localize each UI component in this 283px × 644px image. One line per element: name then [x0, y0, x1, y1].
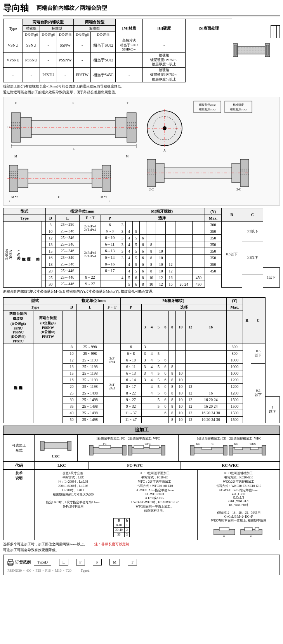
ms16-30: 16 20 24: [195, 396, 226, 403]
svg-rect-118: [9, 559, 12, 561]
c-val2-3: 1以下: [266, 396, 280, 423]
ms16-13: [195, 363, 226, 370]
svg-rect-85: [68, 441, 71, 450]
y-10: 350: [205, 228, 222, 235]
ms10-50: 10: [176, 416, 186, 423]
tolerance-f8-2: D公差f8: [91, 32, 116, 38]
ms5-25: 5: [155, 390, 162, 396]
l-15: 25～346: [56, 248, 80, 255]
l-s20: 25～1198: [76, 383, 103, 390]
y-15: 350: [205, 248, 222, 255]
model-ssnu: SSNU: [23, 38, 40, 53]
y-max-header2: Max.: [226, 304, 243, 311]
p-10: 6～8: [101, 228, 119, 235]
svg-text:2-C: 2-C: [236, 188, 241, 191]
svg-text:L: L: [73, 147, 75, 151]
l-18: 25～346: [56, 261, 80, 268]
m6-25: 6: [133, 274, 140, 281]
ms16-25: 16: [195, 390, 226, 396]
m3-13: 3: [119, 241, 126, 248]
m6-16: 6: [139, 255, 146, 261]
l-25: 25～446: [56, 274, 80, 281]
shaft-illustration: [233, 25, 270, 75]
ms8-25: 8: [169, 390, 176, 396]
svg-text:标准深度: 标准深度: [233, 103, 244, 106]
m5-13: 5: [133, 241, 140, 248]
kc-wkc-desc: KC:1处可选键槽加工 书写方式：KC10-G10 WKC:2处可选键槽加工 书…: [198, 469, 280, 540]
m10-15: 10: [156, 248, 166, 255]
l-s40: 25～1498: [76, 410, 103, 416]
l-s12: 25～1198: [76, 357, 103, 363]
bottom-note2: 可选加工可能会导致有效硬度降低。: [3, 548, 280, 553]
ms3-20: [141, 383, 148, 390]
m16-8: [175, 222, 192, 228]
d-header: D: [46, 215, 56, 222]
m12-12: [166, 235, 175, 241]
empty-3: [42, 235, 46, 241]
model-dash3: -: [40, 53, 57, 68]
ys-25: 1200: [226, 390, 243, 396]
dash4: -: [105, 560, 106, 565]
order-ex-f25: F25: [36, 569, 41, 572]
m20-10: [192, 228, 205, 235]
p-s25: 8～22: [120, 390, 141, 396]
step-header: 两端台阶型: [74, 19, 116, 26]
m6-15: 6: [139, 248, 146, 255]
d-s10: 10: [67, 350, 76, 357]
m4-16: 4: [126, 255, 133, 261]
model-pfstu: PFSTU: [40, 68, 57, 82]
ms3-13: 3: [141, 363, 148, 370]
p-header: P: [101, 215, 119, 222]
step-col: 两端台阶型(D公差g6)PSSNW(D公差f8)PFSTW: [33, 311, 63, 344]
ms16-20: [195, 383, 226, 390]
model-pssnw: PSSNW: [57, 53, 74, 68]
m10-13: [156, 241, 166, 248]
page: 导向轴 两端台阶内螺纹／两端台阶型 Type 两端台阶内螺纹型 两端台阶型 [M…: [0, 0, 283, 578]
ms6-50: [162, 416, 169, 423]
precision-label: 精密型: [23, 26, 40, 32]
model-dash4: -: [74, 53, 91, 68]
order-typed: TypeD: [34, 559, 51, 565]
l-header2: L: [76, 304, 103, 311]
l-30: 25～446: [56, 281, 80, 288]
tolerance-g6-2: D公差g6: [40, 32, 57, 38]
standard-inner-thread-label2: [33, 344, 63, 423]
ms6-8: [162, 344, 169, 350]
ms4-40: [148, 410, 155, 416]
svg-text:M *2: M *2: [101, 195, 107, 199]
m3-30: [101, 281, 119, 288]
ys-35: 1500: [226, 403, 243, 410]
r-header: R: [221, 208, 242, 222]
standard-dim-table: 型式 指定单位1mm M(粗牙螺纹) (Y) R C Type D L F・T …: [3, 297, 280, 423]
ys-40: 1500: [226, 410, 243, 416]
m12-30: 12: [156, 281, 166, 288]
ys-16: 1200: [226, 377, 243, 383]
kc-wkc-diagram-cell: 1处追加键槽加工: CK 2处追加键槽加工: WKC KC G: [179, 435, 280, 461]
lkc-diagram-cell: LKC: [35, 435, 78, 461]
d-13: 13: [46, 241, 56, 248]
ms12-40: 12: [186, 410, 195, 416]
ms6-30: 6: [162, 396, 169, 403]
ys-50: 1500: [226, 416, 243, 423]
c-val2-1: 0.5以下: [251, 344, 266, 363]
l-s30: 25～1498: [76, 396, 103, 403]
p-s20: 8～17: [120, 383, 141, 390]
material-suj2-2: 相当于SUJ2: [91, 53, 116, 68]
m5-8: [133, 222, 140, 228]
m5-10: 5: [133, 228, 140, 235]
ms16-16: [195, 377, 226, 383]
type-header: 型式: [3, 208, 46, 215]
ms16-40: 16 20 24 30: [195, 410, 226, 416]
empty-s11: [63, 410, 67, 416]
ft-header: F・T: [80, 215, 101, 222]
inner-thread-header: 两端台阶内螺纹型: [23, 19, 74, 26]
m12-25: 12: [156, 274, 166, 281]
ys-30: 1500: [226, 396, 243, 403]
model-ssnw: SSNW: [57, 38, 74, 53]
p-s50: 11～47: [120, 416, 141, 423]
ms4-30: [148, 396, 155, 403]
svg-rect-119: [9, 563, 12, 565]
h-col-header: h: [124, 518, 129, 523]
m20-16: [192, 255, 205, 261]
m20-25: [175, 274, 192, 281]
